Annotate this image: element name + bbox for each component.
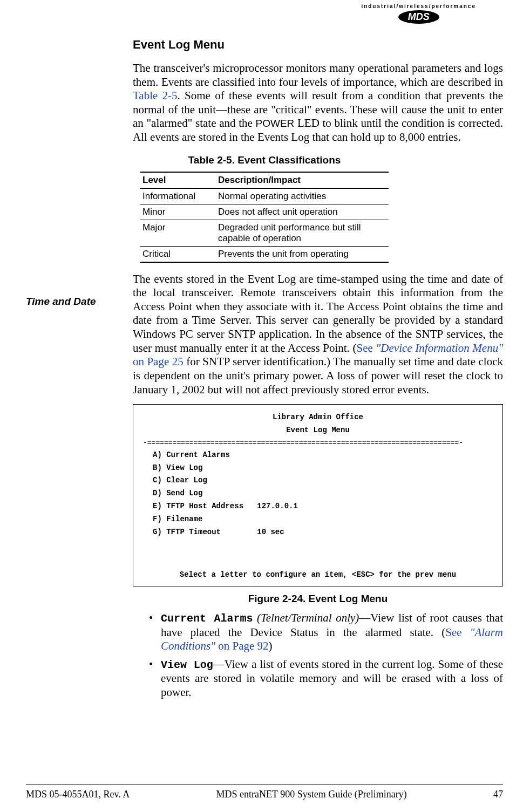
margin-label-time-date: Time and Date [26,296,96,308]
terminal-subtitle: Event Log Menu [133,424,502,437]
classifications-table: Level Description/Impact Informational N… [140,172,389,263]
terminal-screenshot: Library Admin Office Event Log Menu -===… [133,404,503,586]
device-info-link[interactable]: "Device Information Menu" [376,342,503,354]
table-row: Minor Does not affect unit operation [140,204,389,220]
option-note: (Telnet/Terminal only) [253,611,359,624]
cell: Prevents the unit from operating [216,246,389,262]
terminal-item: C) Clear Log [133,474,502,487]
cell: Degraded unit performance but still capa… [216,220,389,246]
logo-tagline: industrial/wireless/performance [361,3,476,9]
page-ref-link[interactable]: on Page 25 [133,355,184,368]
figure-caption: Figure 2-24. Event Log Menu [133,593,503,605]
table-row: Informational Normal operating activitie… [140,188,389,204]
option-name: View Log [161,659,213,671]
terminal-item: E) TFTP Host Address 127.0.0.1 [133,500,502,513]
page-ref-link[interactable]: on Page 92 [215,639,269,652]
intro-paragraph: The transceiver's microprocessor monitor… [133,62,503,145]
text: The transceiver's microprocessor monitor… [133,62,503,88]
option-name: Current Alarms [161,612,253,625]
table-row: Critical Prevents the unit from operatin… [140,246,389,262]
bullet-list: Current Alarms (Telnet/Terminal only)—Vi… [149,611,503,699]
terminal-item: A) Current Alarms [133,449,502,462]
list-item: View Log—View a list of events stored in… [149,658,503,700]
cell: Minor [140,204,216,220]
text: ) [269,639,273,652]
terminal-item: F) Filename [133,513,502,526]
terminal-item: D) Send Log [133,487,502,500]
footer-right: 47 [493,789,503,800]
table-ref-link[interactable]: Table 2-5 [133,89,178,102]
section-heading: Event Log Menu [133,38,503,52]
cell: Informational [140,188,216,204]
brand-logo: industrial/wireless/performance MDS [361,3,476,24]
cell: Critical [140,246,216,262]
list-item: Current Alarms (Telnet/Terminal only)—Vi… [149,611,503,653]
power-led-label: POWER [256,118,295,129]
terminal-prompt: Select a letter to configure an item, <E… [133,569,502,582]
time-date-paragraph: The events stored in the Event Log are t… [133,272,503,397]
cell: Does not affect unit operation [216,204,389,220]
table-header-desc: Description/Impact [216,172,389,188]
logo-brand: MDS [398,10,439,24]
terminal-divider: -=======================================… [133,437,502,449]
cell: Major [140,220,216,246]
page-footer: MDS 05-4055A01, Rev. A MDS entraNET 900 … [26,784,503,800]
table-row: Major Degraded unit performance but stil… [140,220,389,246]
see-link[interactable]: See [445,626,470,639]
see-link[interactable]: See [357,342,376,354]
terminal-title: Library Admin Office [133,411,502,424]
terminal-item: B) View Log [133,462,502,475]
footer-left: MDS 05-4055A01, Rev. A [26,789,130,800]
terminal-item: G) TFTP Timeout 10 sec [133,526,502,539]
table-header-level: Level [140,172,216,188]
table-caption: Table 2-5. Event Classifications [26,154,503,166]
footer-center: MDS entraNET 900 System Guide (Prelimina… [216,789,407,800]
text: for SNTP server identification.) The man… [133,355,503,395]
cell: Normal operating activities [216,188,389,204]
